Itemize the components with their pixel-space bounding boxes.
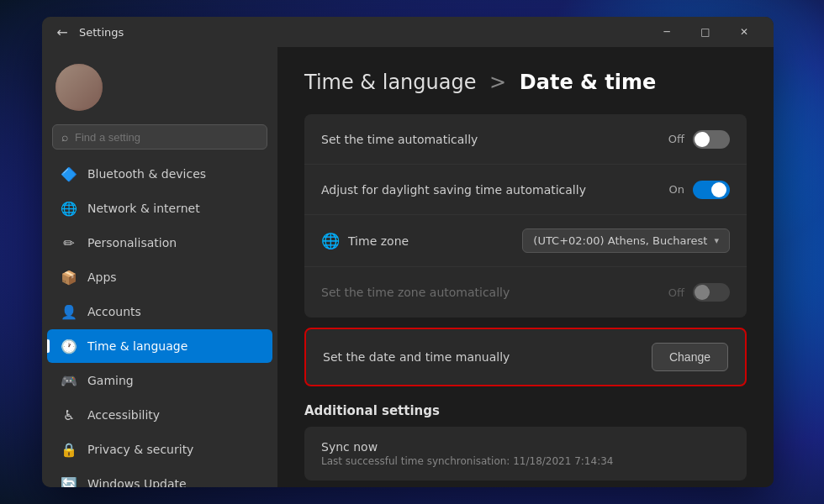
- sidebar-item-bluetooth[interactable]: 🔷 Bluetooth & devices: [47, 157, 272, 191]
- sidebar-item-label-accessibility: Accessibility: [87, 408, 160, 422]
- sync-info: Sync now Last successful time synchronis…: [321, 440, 613, 467]
- sidebar-item-accessibility[interactable]: ♿ Accessibility: [47, 398, 272, 432]
- sidebar-item-label-personalisation: Personalisation: [87, 236, 177, 249]
- setting-label-daylight: Adjust for daylight saving time automati…: [321, 183, 586, 197]
- time-icon: 🕐: [61, 338, 77, 354]
- breadcrumb-separator: >: [489, 71, 506, 94]
- sidebar-item-privacy[interactable]: 🔒 Privacy & security: [47, 433, 272, 466]
- sidebar-item-apps[interactable]: 📦 Apps: [47, 260, 272, 294]
- setting-control-auto-time: Off: [668, 130, 730, 149]
- sidebar-item-label-privacy: Privacy & security: [87, 443, 193, 456]
- timezone-icon: 🌐: [321, 232, 340, 249]
- setting-label-auto-time: Set the time automatically: [321, 133, 478, 146]
- sidebar-item-label-apps: Apps: [87, 270, 117, 284]
- user-profile: [42, 57, 277, 124]
- manual-time-control: Change: [652, 343, 728, 371]
- titlebar: ← Settings ─ □ ✕: [42, 17, 774, 47]
- search-box[interactable]: ⌕: [52, 124, 267, 150]
- manual-time-row: Set the date and time manually Change: [306, 329, 745, 385]
- setting-row-auto-timezone: Set the time zone automatically Off: [304, 267, 747, 318]
- apps-icon: 📦: [61, 269, 77, 286]
- toggle-status-auto-time: Off: [668, 133, 684, 145]
- sidebar-item-label-bluetooth: Bluetooth & devices: [87, 167, 206, 181]
- dropdown-timezone[interactable]: (UTC+02:00) Athens, Bucharest ▾: [522, 228, 730, 253]
- setting-label-container-auto-timezone: Set the time zone automatically: [321, 286, 668, 299]
- update-icon: 🔄: [61, 475, 77, 487]
- sidebar-item-label-update: Windows Update: [87, 477, 187, 487]
- maximize-button[interactable]: □: [686, 17, 725, 47]
- accounts-icon: 👤: [61, 303, 77, 320]
- sidebar-item-label-accounts: Accounts: [87, 305, 141, 318]
- privacy-icon: 🔒: [61, 441, 77, 458]
- minimize-button[interactable]: ─: [647, 17, 686, 47]
- setting-row-auto-time: Set the time automatically Off: [304, 114, 747, 165]
- search-icon: ⌕: [61, 130, 68, 144]
- toggle-auto-timezone: [693, 283, 730, 302]
- sync-row: Sync now Last successful time synchronis…: [304, 427, 747, 480]
- toggle-status-auto-timezone: Off: [668, 286, 684, 299]
- setting-control-auto-timezone: Off: [668, 283, 730, 302]
- settings-window: ← Settings ─ □ ✕ ⌕: [42, 17, 774, 487]
- search-input[interactable]: [75, 131, 258, 144]
- network-icon: 🌐: [61, 200, 77, 217]
- sidebar-item-gaming[interactable]: 🎮 Gaming: [47, 364, 272, 397]
- sync-title: Sync now: [321, 440, 613, 454]
- sidebar-item-label-gaming: Gaming: [87, 374, 134, 387]
- page-header: Time & language > Date & time: [304, 71, 747, 94]
- nav-list: 🔷 Bluetooth & devices 🌐 Network & intern…: [42, 156, 277, 487]
- setting-label-container-auto-time: Set the time automatically: [321, 133, 668, 146]
- sync-subtitle: Last successful time synchronisation: 11…: [321, 455, 613, 467]
- breadcrumb: Time & language > Date & time: [304, 71, 656, 94]
- setting-row-daylight: Adjust for daylight saving time automati…: [304, 165, 747, 215]
- setting-label-auto-timezone: Set the time zone automatically: [321, 286, 510, 299]
- sidebar-item-personalisation[interactable]: ✏️ Personalisation: [47, 226, 272, 260]
- sidebar-item-network[interactable]: 🌐 Network & internet: [47, 192, 272, 225]
- back-button[interactable]: ←: [52, 22, 72, 42]
- sidebar-item-time[interactable]: 🕐 Time & language: [47, 329, 272, 363]
- sidebar-item-label-network: Network & internet: [87, 202, 200, 215]
- manual-time-label: Set the date and time manually: [323, 350, 652, 364]
- toggle-auto-time[interactable]: [693, 130, 730, 149]
- gaming-icon: 🎮: [61, 372, 77, 389]
- setting-row-timezone: 🌐Time zone (UTC+02:00) Athens, Bucharest…: [304, 215, 747, 267]
- main-content: ⌕ 🔷 Bluetooth & devices 🌐 Network & inte…: [42, 47, 774, 487]
- change-button[interactable]: Change: [652, 343, 728, 371]
- sidebar-item-label-time: Time & language: [87, 339, 188, 353]
- breadcrumb-current: Date & time: [520, 71, 657, 94]
- setting-label-container-daylight: Adjust for daylight saving time automati…: [321, 183, 669, 197]
- additional-settings-header: Additional settings: [304, 403, 747, 418]
- window-title: Settings: [79, 26, 647, 39]
- breadcrumb-parent: Time & language: [304, 71, 476, 94]
- toggle-status-daylight: On: [669, 183, 684, 196]
- dropdown-value-timezone: (UTC+02:00) Athens, Bucharest: [533, 234, 707, 247]
- sidebar: ⌕ 🔷 Bluetooth & devices 🌐 Network & inte…: [42, 47, 277, 487]
- personalisation-icon: ✏️: [61, 234, 77, 251]
- toggle-daylight[interactable]: [693, 181, 730, 199]
- setting-control-timezone: (UTC+02:00) Athens, Bucharest ▾: [522, 228, 730, 253]
- accessibility-icon: ♿: [61, 407, 77, 423]
- setting-label-container-timezone: 🌐Time zone: [321, 232, 522, 249]
- sidebar-item-update[interactable]: 🔄 Windows Update: [47, 467, 272, 487]
- sidebar-item-accounts[interactable]: 👤 Accounts: [47, 295, 272, 328]
- settings-section: Set the time automatically Off Adjust fo…: [304, 114, 747, 318]
- chevron-down-icon: ▾: [714, 235, 719, 246]
- right-panel: Time & language > Date & time Set the ti…: [277, 47, 774, 487]
- manual-time-section: Set the date and time manually Change: [304, 328, 747, 386]
- close-button[interactable]: ✕: [725, 17, 763, 47]
- bluetooth-icon: 🔷: [61, 165, 77, 182]
- window-controls: ─ □ ✕: [647, 17, 763, 47]
- setting-label-timezone: Time zone: [348, 234, 409, 248]
- avatar: [55, 64, 103, 111]
- setting-control-daylight: On: [669, 181, 730, 199]
